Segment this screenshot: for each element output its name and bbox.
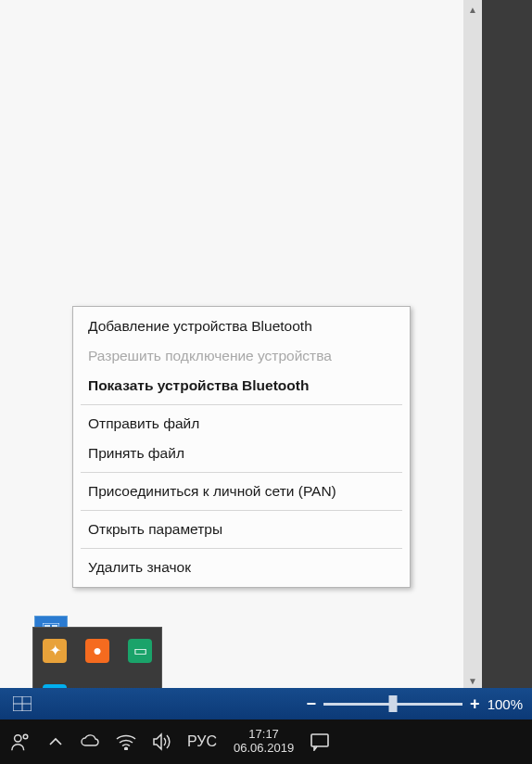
taskbar-clock[interactable]: 17:17 06.06.2019 (230, 728, 298, 756)
menu-item[interactable]: Принять файл (73, 439, 410, 468)
bluetooth-context-menu: Добавление устройства BluetoothРазрешить… (72, 306, 411, 588)
menu-item[interactable]: Показать устройства Bluetooth (73, 371, 410, 401)
menu-separator (81, 404, 402, 405)
wifi-icon[interactable] (113, 729, 139, 755)
svg-point-10 (125, 747, 128, 750)
page-layout-icon[interactable] (9, 691, 35, 717)
scroll-up-icon[interactable]: ▲ (463, 0, 482, 19)
people-icon[interactable] (7, 729, 33, 755)
office-icon[interactable]: ✦ (43, 639, 67, 663)
clock-time: 17:17 (234, 728, 294, 742)
menu-item[interactable]: Отправить файл (73, 409, 410, 439)
zoom-control: − + 100% (307, 694, 523, 714)
svg-point-8 (15, 735, 21, 742)
menu-item[interactable]: Присоединиться к личной сети (PAN) (73, 477, 410, 506)
zoom-percent-label[interactable]: 100% (488, 696, 523, 712)
zoom-in-button[interactable]: + (470, 694, 480, 714)
menu-separator (81, 472, 402, 473)
menu-item[interactable]: Добавление устройства Bluetooth (73, 312, 410, 341)
right-dark-area (482, 0, 532, 764)
monitor-icon[interactable]: ▭ (128, 639, 152, 663)
menu-item[interactable]: Удалить значок (73, 553, 410, 582)
tray-chevron-up-icon[interactable] (43, 729, 69, 755)
word-scrollbar[interactable]: ▲ ▼ (463, 0, 482, 690)
menu-separator (81, 510, 402, 511)
menu-separator (81, 548, 402, 549)
scroll-down-icon[interactable]: ▼ (463, 671, 482, 690)
zoom-slider[interactable] (323, 703, 462, 706)
clock-date: 06.06.2019 (234, 742, 294, 756)
avast-icon[interactable]: ● (85, 639, 109, 663)
menu-item[interactable]: Открыть параметры (73, 515, 410, 544)
word-status-bar: − + 100% (0, 688, 532, 719)
windows-taskbar: РУС 17:17 06.06.2019 (0, 719, 532, 764)
input-language-label[interactable]: РУС (184, 733, 221, 750)
onedrive-icon[interactable] (78, 729, 104, 755)
action-center-icon[interactable] (307, 729, 333, 755)
zoom-out-button[interactable]: − (307, 694, 317, 714)
menu-item: Разрешить подключение устройства (73, 341, 410, 371)
svg-point-9 (23, 734, 28, 739)
volume-icon[interactable] (148, 729, 174, 755)
svg-rect-11 (311, 734, 328, 746)
